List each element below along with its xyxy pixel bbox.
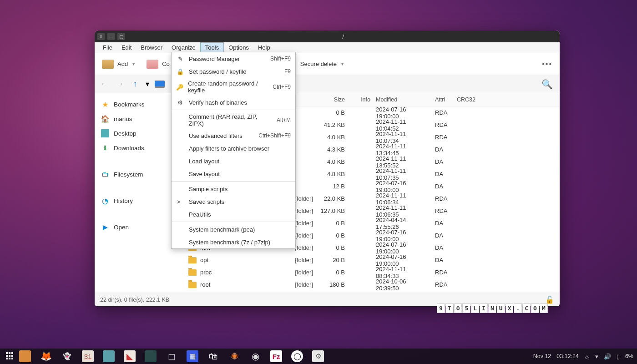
monitor-icon: [101, 129, 109, 137]
col-size[interactable]: Size: [316, 95, 348, 104]
menu-shortcut: Shift+F9: [270, 56, 291, 62]
titlebar[interactable]: × – ▢ /: [95, 30, 560, 42]
status-text: 22 dir(s), 0 file(s), 222.1 KB: [100, 297, 169, 303]
menu-item[interactable]: System benchmark (pea): [172, 223, 295, 236]
file-attr: RDA: [432, 269, 454, 276]
sidebar-open[interactable]: ▶ Open: [97, 220, 181, 234]
menu-edit[interactable]: Edit: [117, 43, 136, 52]
sidebar-item-downloads[interactable]: ⬇Downloads: [97, 141, 181, 155]
file-attr: RDA: [432, 195, 454, 202]
menu-label: Comment (RAR read, ZIP, ZIPX): [189, 113, 272, 127]
chevron-down-icon: ▾: [132, 61, 135, 66]
menu-item[interactable]: 🔑Create random password / keyfileCtrl+F9: [172, 78, 295, 96]
menu-tools[interactable]: Tools: [200, 42, 224, 53]
sidebar-history[interactable]: ◔ History: [97, 193, 181, 208]
table-row[interactable]: proc[folder]0 B2024-11-11 08:34:33RDA: [184, 266, 560, 278]
file-size: 0 B: [316, 269, 348, 276]
menu-item[interactable]: Use advanced filtersCtrl+Shift+F9: [172, 129, 295, 142]
settings-icon[interactable]: ⚙: [312, 350, 324, 362]
menu-item[interactable]: >_Saved scripts: [172, 195, 295, 208]
wifi-icon[interactable]: ▾: [595, 353, 598, 360]
bookmarks-label: Bookmarks: [114, 101, 145, 108]
ghost-icon[interactable]: 👻: [61, 350, 73, 362]
file-type: [folder]: [284, 269, 316, 276]
menu-item[interactable]: 🔒Set password / keyfileF9: [172, 65, 295, 78]
file-size: 0 B: [316, 109, 348, 116]
sidebar-bookmarks[interactable]: ★ Bookmarks: [97, 97, 181, 111]
chevron-down-icon[interactable]: ▾: [146, 80, 149, 88]
col-crc[interactable]: CRC32: [454, 95, 481, 104]
sidebar: ★ Bookmarks 🏠mariusDesktop⬇Downloads 🗀 F…: [95, 93, 184, 293]
table-row[interactable]: root[folder]180 B2024-10-06 20:39:50RDA: [184, 278, 560, 291]
more-button[interactable]: •••: [542, 60, 552, 68]
app-launcher[interactable]: [4, 350, 16, 363]
vm-icon[interactable]: ◻: [166, 350, 177, 362]
menu-item[interactable]: ✎Password ManagerShift+F9: [172, 52, 295, 65]
terminal-icon[interactable]: [145, 350, 157, 362]
menu-label: System benchmark (7z / p7zip): [189, 239, 270, 246]
sidebar-item-marius[interactable]: 🏠marius: [97, 111, 181, 126]
open-label: Open: [114, 224, 129, 231]
document-icon[interactable]: ◣: [124, 350, 136, 362]
files-icon[interactable]: [19, 350, 31, 362]
up-button[interactable]: ↑: [130, 79, 140, 89]
menu-icon: ✎: [176, 55, 184, 63]
forward-button[interactable]: →: [115, 79, 125, 89]
steam-icon[interactable]: ◉: [249, 350, 261, 362]
back-button[interactable]: ←: [99, 79, 109, 89]
menu-item[interactable]: System benchmark (7z / p7zip): [172, 236, 295, 248]
file-size: 20 B: [316, 257, 348, 263]
chromium-icon[interactable]: ◯: [291, 350, 303, 362]
menu-item[interactable]: ⚙Verify hash of binaries: [172, 96, 295, 109]
menu-item[interactable]: Load layout: [172, 155, 295, 167]
file-attr: DA: [432, 257, 454, 263]
menu-help[interactable]: Help: [253, 43, 275, 52]
sidebar-filesystem[interactable]: 🗀 Filesystem: [97, 167, 181, 182]
minimize-button[interactable]: –: [107, 33, 115, 40]
menu-label: Set password / keyfile: [189, 68, 246, 75]
battery-icon[interactable]: ▯: [617, 353, 620, 360]
col-info[interactable]: Info: [348, 95, 373, 104]
star-icon: ★: [101, 100, 109, 108]
taskbar: 🦊 👻 31 ◣ ◻ ▦ 🛍 ✺ ◉ Fz ◯ ⚙ Nov 12 03:12:2…: [0, 349, 637, 364]
menu-item[interactable]: Comment (RAR read, ZIP, ZIPX)Alt+M: [172, 111, 295, 129]
tray-time[interactable]: 03:12:24: [556, 353, 579, 359]
search-button[interactable]: 🔍: [539, 79, 555, 90]
calendar-icon[interactable]: 31: [82, 350, 94, 362]
gimp-icon[interactable]: ✺: [228, 350, 240, 362]
filezilla-icon[interactable]: Fz: [270, 350, 282, 362]
menu-file[interactable]: File: [98, 43, 117, 52]
computer-icon[interactable]: [155, 81, 165, 88]
menu-icon: [176, 170, 184, 178]
sidebar-item-desktop[interactable]: Desktop: [97, 126, 181, 141]
menu-organize[interactable]: Organize: [167, 43, 200, 52]
tray-date[interactable]: Nov 12: [533, 353, 551, 359]
menu-item[interactable]: Save layout: [172, 167, 295, 180]
vbox-icon[interactable]: ▦: [187, 350, 198, 362]
notes-icon[interactable]: [103, 350, 115, 362]
table-row[interactable]: opt[folder]20 B2024-07-16 19:00:00DA: [184, 254, 560, 266]
menu-item[interactable]: Apply filters to archive browser: [172, 142, 295, 155]
file-modified: 2024-07-16 19:00:00: [373, 180, 432, 193]
file-modified: 2024-07-16 19:00:00: [373, 253, 432, 267]
col-modified[interactable]: Modified: [373, 95, 432, 104]
toolbar: Add ▾ Co ▾ ✕ Secure delete ▾ •••: [95, 53, 560, 75]
volume-icon[interactable]: 🔊: [604, 353, 611, 360]
brightness-icon[interactable]: ☼: [584, 353, 590, 360]
battery-percent: 6%: [625, 353, 633, 359]
menu-item[interactable]: Sample scripts: [172, 182, 295, 195]
software-icon[interactable]: 🛍: [207, 350, 219, 362]
menu-options[interactable]: Options: [224, 43, 253, 52]
convert-button[interactable]: Co: [144, 58, 172, 71]
maximize-button[interactable]: ▢: [117, 33, 125, 40]
firefox-icon[interactable]: 🦊: [40, 350, 52, 362]
add-button[interactable]: Add ▾: [99, 58, 137, 71]
menu-item[interactable]: PeaUtils: [172, 208, 295, 221]
file-size: 180 B: [316, 281, 348, 288]
file-size: 4.3 KB: [316, 146, 348, 153]
col-attr[interactable]: Attri: [432, 95, 454, 104]
file-size: 4.0 KB: [316, 134, 348, 141]
close-button[interactable]: ×: [97, 33, 105, 40]
unlock-icon[interactable]: 🔓: [545, 295, 554, 304]
menu-browser[interactable]: Browser: [136, 43, 167, 52]
